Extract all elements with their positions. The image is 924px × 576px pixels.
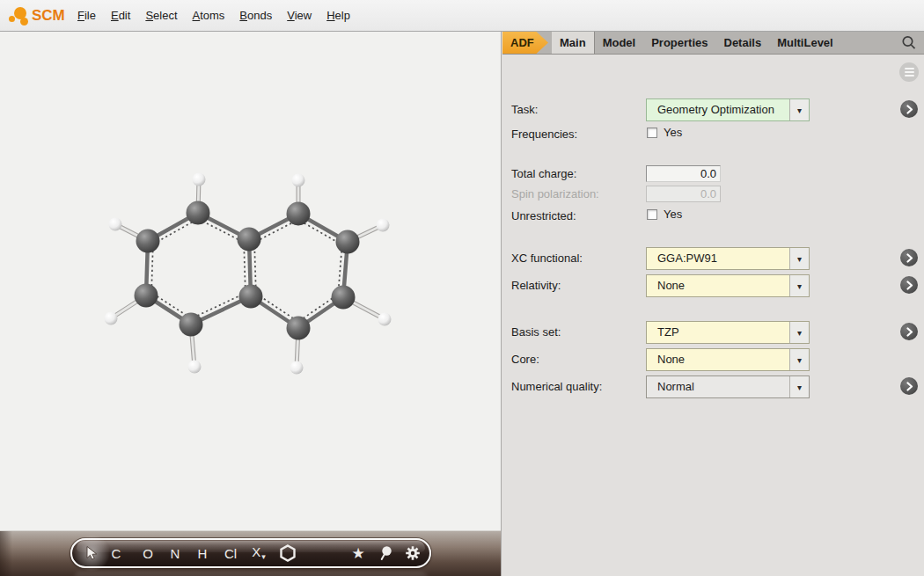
unrestricted-label: Unrestricted: [511,208,643,224]
tab-bar: ADF Main Model Properties Details MultiL… [502,32,924,55]
relativity-details-button[interactable] [900,276,918,294]
element-cl-button[interactable]: Cl [224,547,237,560]
dropdown-arrow-icon[interactable]: ▾ [789,349,809,370]
atom-H3[interactable] [105,312,118,325]
atom-H5[interactable] [292,174,305,187]
atom-C8[interactable] [336,230,360,254]
tab-multilevel[interactable]: MultiLevel [769,32,841,54]
atom-C4[interactable] [180,313,203,337]
atom-C7[interactable] [287,202,311,226]
basis-set-details-button[interactable] [900,323,918,340]
task-label: Task: [511,98,643,121]
atom-C5[interactable] [239,285,263,309]
xc-functional-details-button[interactable] [900,249,918,266]
frequencies-label: Frequencies: [511,126,643,142]
viewport-bottom-band: C O N H Cl X▾ ★ [0,530,502,576]
star-icon[interactable]: ★ [351,546,364,561]
atom-C2[interactable] [136,230,160,253]
atom-H7[interactable] [378,313,392,326]
element-picker-button[interactable]: X▾ [252,545,266,561]
numerical-quality-dropdown[interactable]: Normal ▾ [646,375,810,398]
atom-H2[interactable] [109,218,122,231]
element-c-button[interactable]: C [112,547,121,560]
dropdown-arrow-icon[interactable]: ▾ [789,275,809,296]
atom-C10[interactable] [287,317,311,340]
atom-H4[interactable] [188,361,202,374]
basis-set-label: Basis set: [511,321,643,344]
menu-edit[interactable]: Edit [109,7,132,24]
tab-model[interactable]: Model [595,32,644,54]
unrestricted-checkbox[interactable] [647,209,657,220]
menu-select[interactable]: Select [143,7,179,24]
menu-atoms[interactable]: Atoms [191,7,227,24]
tab-main[interactable]: Main [552,32,595,54]
frequencies-checkbox[interactable] [647,128,657,138]
menu-bonds[interactable]: Bonds [238,7,274,24]
dropdown-arrow-icon[interactable]: ▾ [789,322,809,343]
atom-H6[interactable] [377,219,390,232]
scm-logo: SCM [7,4,65,27]
atom-C9[interactable] [332,286,356,310]
scm-logo-icon [7,4,32,27]
relativity-label: Relativity: [511,274,643,297]
gear-icon[interactable] [405,545,421,561]
numerical-quality-label: Numerical quality: [511,375,643,398]
adf-menu-tab[interactable]: ADF [502,32,548,54]
menu-items: File Edit Select Atoms Bonds View Help [76,7,352,24]
element-n-button[interactable]: N [171,547,180,560]
task-details-button[interactable] [900,100,918,118]
menu-view[interactable]: View [285,7,313,24]
task-dropdown[interactable]: Geometry Optimization ▾ [646,98,810,121]
element-o-button[interactable]: O [143,547,153,560]
atom-C3[interactable] [135,284,158,308]
chevron-down-icon: ▾ [261,552,266,561]
unrestricted-checkbox-label: Yes [664,208,682,221]
frequencies-checkbox-label: Yes [664,127,682,139]
spin-polarization-label: Spin polarization: [511,186,643,202]
core-dropdown[interactable]: None ▾ [646,348,810,371]
structure-hexagon-icon[interactable] [280,544,297,562]
atom-C1[interactable] [187,201,210,225]
scm-adf-window: SCM File Edit Select Atoms Bonds View He… [0,0,924,576]
menu-help[interactable]: Help [325,7,352,24]
atom-C6[interactable] [238,228,261,252]
element-h-button[interactable]: H [198,547,208,560]
panel-menu-button[interactable] [899,62,919,82]
xc-functional-dropdown[interactable]: GGA:PW91 ▾ [646,247,810,270]
main-tab-content: Task: Geometry Optimization ▾ Frequencie… [502,55,924,576]
tab-properties[interactable]: Properties [643,32,715,54]
tab-details[interactable]: Details [716,32,770,54]
atom-H8[interactable] [290,361,304,375]
total-charge-label: Total charge: [511,165,643,182]
menu-file[interactable]: File [76,7,98,24]
spin-polarization-input [646,186,721,202]
dropdown-arrow-icon[interactable]: ▾ [789,99,809,120]
molecule-drawing[interactable] [0,32,502,530]
dropdown-arrow-icon[interactable]: ▾ [789,376,809,397]
adf-input-panel: ADF Main Model Properties Details MultiL… [502,32,924,576]
balloon-icon[interactable] [380,546,393,561]
numerical-quality-details-button[interactable] [900,377,918,395]
scm-logo-text: SCM [32,7,65,25]
search-icon[interactable] [900,34,918,52]
toolbar-reflection [74,572,428,576]
relativity-dropdown[interactable]: None ▾ [646,274,810,297]
builder-toolbar: C O N H Cl X▾ ★ [70,538,431,568]
dropdown-arrow-icon[interactable]: ▾ [789,248,809,269]
total-charge-input[interactable] [646,165,721,182]
menu-bar: SCM File Edit Select Atoms Bonds View He… [0,0,924,32]
pointer-tool-icon[interactable] [85,546,98,561]
basis-set-dropdown[interactable]: TZP ▾ [646,321,810,344]
xc-functional-label: XC functional: [511,247,643,270]
core-label: Core: [511,348,643,371]
atom-H1[interactable] [193,173,206,186]
molecule-viewport[interactable]: C O N H Cl X▾ ★ [0,32,502,576]
